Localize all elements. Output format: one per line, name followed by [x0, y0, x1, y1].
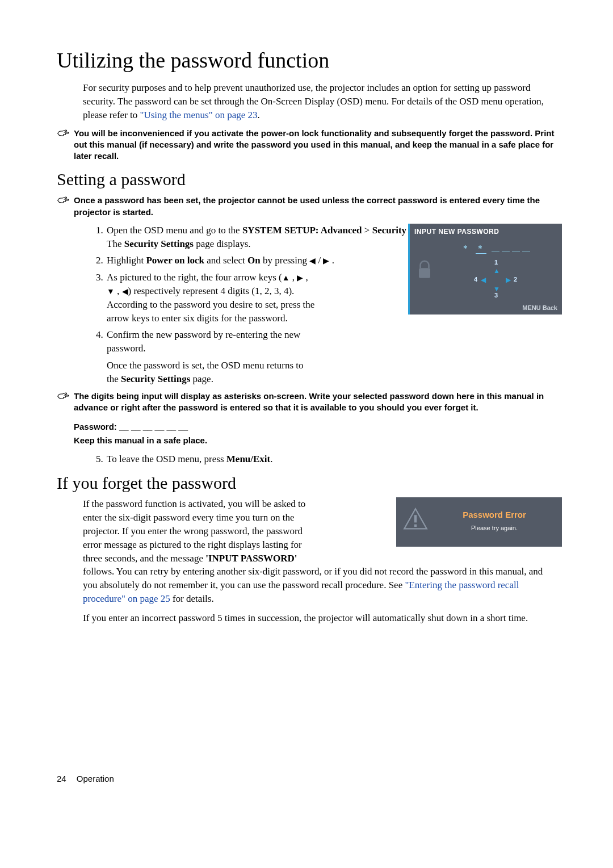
- right-arrow-icon: ▶: [506, 275, 511, 285]
- svg-rect-1: [414, 515, 417, 523]
- page-footer: 24 Operation: [57, 773, 556, 785]
- note-1-text: You will be inconvenienced if you activa…: [74, 128, 556, 162]
- hand-pointing-icon: [57, 129, 70, 143]
- heading-forget-password: If you forget the password: [57, 471, 556, 495]
- page-number: 24: [57, 774, 66, 783]
- figure-title: INPUT NEW PASSWORD: [410, 224, 562, 240]
- section-name: Operation: [77, 774, 114, 783]
- down-arrow-icon: ▼: [107, 287, 115, 296]
- password-blank-line: Password: __ __ __ __ __ __: [74, 421, 556, 433]
- forget-paragraph-2: If you enter an incorrect password 5 tim…: [83, 611, 556, 625]
- left-arrow-icon: ◀: [481, 275, 486, 285]
- up-arrow-icon: ▲: [493, 266, 500, 276]
- note-warning-2: Once a password has been set, the projec…: [57, 195, 556, 218]
- lock-icon: [414, 242, 435, 298]
- error-subtitle: Please try again.: [434, 524, 555, 532]
- svg-rect-0: [419, 268, 430, 278]
- hand-pointing-icon: [57, 196, 70, 210]
- step-5: To leave the OSD menu, press Menu/Exit.: [106, 452, 556, 466]
- svg-rect-2: [414, 525, 417, 527]
- note-warning-1: You will be inconvenienced if you activa…: [57, 128, 556, 162]
- intro-after: .: [258, 110, 260, 120]
- keep-manual-text: Keep this manual in a safe place.: [74, 435, 556, 446]
- up-arrow-icon: ▲: [282, 274, 290, 282]
- link-using-menus[interactable]: "Using the menus" on page 23: [140, 110, 258, 120]
- figure-input-new-password: INPUT NEW PASSWORD ＊ ＊ 1 ▲ 4 ◀ ▶ 2 ▼ 3: [408, 224, 562, 315]
- password-asterisks: ＊ ＊: [435, 242, 557, 255]
- page-title: Utilizing the password function: [57, 45, 556, 76]
- step-4: Confirm the new password by re-entering …: [106, 328, 317, 385]
- arrow-keypad: 1 ▲ 4 ◀ ▶ 2 ▼ 3: [471, 258, 522, 298]
- figure-password-error: Password Error Please try again.: [396, 497, 562, 546]
- warning-triangle-icon: [403, 508, 428, 534]
- step-3: As pictured to the right, the four arrow…: [106, 271, 317, 325]
- steps-list-continued: To leave the OSD menu, press Menu/Exit.: [83, 452, 556, 466]
- forget-paragraph-1a: If the password function is activated, y…: [83, 497, 321, 565]
- intro-paragraph: For security purposes and to help preven…: [83, 81, 556, 121]
- right-arrow-icon: ▶: [297, 274, 303, 282]
- error-title: Password Error: [434, 509, 555, 521]
- note-2-text: Once a password has been set, the projec…: [74, 195, 556, 218]
- figure-footer: MENU Back: [410, 301, 562, 315]
- hand-pointing-icon: [57, 392, 70, 406]
- right-arrow-icon: ▶: [323, 257, 329, 265]
- forget-paragraph-1b: follows. You can retry by entering anoth…: [83, 565, 556, 605]
- left-arrow-icon: ◀: [122, 287, 128, 296]
- left-arrow-icon: ◀: [309, 257, 316, 265]
- heading-setting-password: Setting a password: [57, 167, 556, 191]
- note-warning-3: The digits being input will display as a…: [57, 391, 556, 447]
- note-3-text: The digits being input will display as a…: [74, 391, 556, 447]
